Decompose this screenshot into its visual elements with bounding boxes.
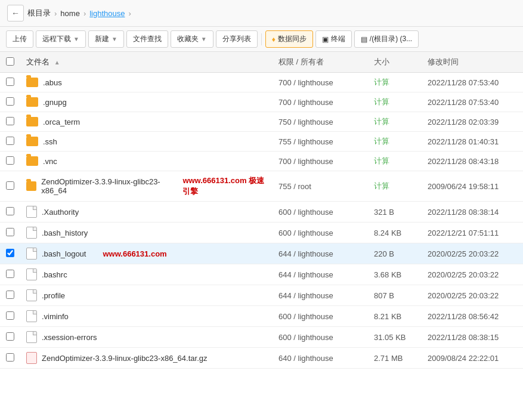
file-name: .xsession-errors <box>42 333 97 342</box>
share-button[interactable]: 分享列表 <box>216 30 258 48</box>
file-icon <box>26 289 37 301</box>
table-row[interactable]: .abus700 / lighthouse计算2022/11/28 07:53:… <box>0 73 523 92</box>
sort-icon: ▲ <box>54 59 60 66</box>
table-row[interactable]: .ssh755 / lighthouse计算2022/11/28 01:40:3… <box>0 132 523 152</box>
file-name: .abus <box>43 78 62 87</box>
file-name: ZendOptimizer-3.3.9-linux-glibc23-x86_64… <box>42 354 207 363</box>
col-header-check <box>0 52 20 73</box>
file-mtime: 2022/11/28 08:38:15 <box>422 327 523 348</box>
folder-icon <box>26 117 38 126</box>
file-name: .ssh <box>43 137 57 146</box>
table-row[interactable]: .vnc700 / lighthouse计算2022/11/28 08:43:1… <box>0 152 523 171</box>
search-button[interactable]: 文件查找 <box>126 30 168 48</box>
favorites-caret: ▼ <box>201 36 207 42</box>
file-mtime: 2009/08/24 22:22:01 <box>422 348 523 369</box>
file-size[interactable]: 计算 <box>368 112 422 132</box>
file-name: .bash_logout <box>42 249 86 258</box>
row-checkbox[interactable] <box>6 353 14 362</box>
file-icon <box>26 331 37 343</box>
row-checkbox[interactable] <box>6 156 14 165</box>
table-row[interactable]: .bash_logoutwww.666131.com644 / lighthou… <box>0 243 523 264</box>
toolbar: 上传 远程下载 ▼ 新建 ▼ 文件查找 收藏夹 ▼ 分享列表 ♦ 数据同步 ▣ … <box>0 27 523 52</box>
file-mtime: 2020/02/25 20:03:22 <box>422 285 523 306</box>
col-header-perm[interactable]: 权限 / 所有者 <box>273 52 368 73</box>
row-checkbox[interactable] <box>6 117 14 125</box>
remote-download-caret: ▼ <box>73 36 79 42</box>
breadcrumb-root[interactable]: 根目录 <box>27 8 51 18</box>
col-header-name[interactable]: 文件名 ▲ <box>20 52 273 73</box>
file-mtime: 2022/11/28 08:56:42 <box>422 306 523 327</box>
row-checkbox[interactable] <box>6 137 14 145</box>
new-button[interactable]: 新建 ▼ <box>88 30 124 48</box>
file-perm: 755 / root <box>273 171 368 202</box>
file-name: .Xauthority <box>42 208 79 217</box>
back-button[interactable]: ← <box>7 5 24 21</box>
table-row[interactable]: .bash_history600 / lighthouse8.24 KB2022… <box>0 223 523 243</box>
table-row[interactable]: .viminfo600 / lighthouse8.21 KB2022/11/2… <box>0 306 523 327</box>
file-perm: 644 / lighthouse <box>273 243 368 264</box>
table-row[interactable]: ZendOptimizer-3.3.9-linux-glibc23-x86_64… <box>0 171 523 202</box>
file-size[interactable]: 计算 <box>368 73 422 92</box>
terminal-icon: ▣ <box>322 35 329 44</box>
disk-icon: ▤ <box>361 35 367 44</box>
file-mtime: 2022/11/28 02:03:39 <box>422 112 523 132</box>
file-size[interactable]: 计算 <box>368 92 422 112</box>
file-perm: 600 / lighthouse <box>273 223 368 243</box>
row-checkbox[interactable] <box>6 249 14 257</box>
file-mtime: 2009/06/24 19:58:11 <box>422 171 523 202</box>
file-mtime: 2022/11/28 07:53:40 <box>422 73 523 92</box>
table-row[interactable]: ZendOptimizer-3.3.9-linux-glibc23-x86_64… <box>0 348 523 369</box>
folder-icon <box>26 181 36 191</box>
file-name: .bash_history <box>42 228 88 237</box>
file-icon <box>26 268 37 280</box>
file-perm: 700 / lighthouse <box>273 73 368 92</box>
favorites-button[interactable]: 收藏夹 ▼ <box>171 30 213 48</box>
row-checkbox[interactable] <box>6 78 14 86</box>
watermark: www.666131.com 极速引擎 <box>182 175 267 197</box>
breadcrumb-lighthouse[interactable]: lighthouse <box>89 9 125 18</box>
file-size[interactable]: 计算 <box>368 152 422 171</box>
file-size: 31.05 KB <box>368 327 422 348</box>
row-checkbox[interactable] <box>6 291 14 299</box>
file-table-container: 文件名 ▲ 权限 / 所有者 大小 修改时间 .abus700 / lighth… <box>0 52 523 369</box>
col-header-size[interactable]: 大小 <box>368 52 422 73</box>
breadcrumb-sep-1: › <box>54 9 57 18</box>
file-name: .vnc <box>43 157 57 166</box>
table-row[interactable]: .xsession-errors600 / lighthouse31.05 KB… <box>0 327 523 348</box>
file-mtime: 2022/11/28 01:40:31 <box>422 132 523 152</box>
table-header-row: 文件名 ▲ 权限 / 所有者 大小 修改时间 <box>0 52 523 73</box>
table-row[interactable]: .Xauthority600 / lighthouse321 B2022/11/… <box>0 202 523 223</box>
file-name: .profile <box>42 291 65 300</box>
col-header-mtime[interactable]: 修改时间 <box>422 52 523 73</box>
select-all-checkbox[interactable] <box>6 57 14 66</box>
breadcrumb-sep-3: › <box>129 9 131 18</box>
breadcrumb-home[interactable]: home <box>60 9 80 18</box>
table-row[interactable]: .orca_term750 / lighthouse计算2022/11/28 0… <box>0 112 523 132</box>
file-size[interactable]: 计算 <box>368 171 422 202</box>
file-mtime: 2022/11/28 07:53:40 <box>422 92 523 112</box>
row-checkbox[interactable] <box>6 332 14 341</box>
row-checkbox[interactable] <box>6 207 14 215</box>
file-size: 2.71 MB <box>368 348 422 369</box>
file-perm: 600 / lighthouse <box>273 202 368 223</box>
remote-download-button[interactable]: 远程下载 ▼ <box>36 30 86 48</box>
file-mtime: 2020/02/25 20:03:22 <box>422 264 523 285</box>
sync-button[interactable]: ♦ 数据同步 <box>265 30 313 48</box>
table-row[interactable]: .profile644 / lighthouse807 B2020/02/25 … <box>0 285 523 306</box>
row-checkbox[interactable] <box>6 181 14 190</box>
terminal-button[interactable]: ▣ 终端 <box>315 30 352 48</box>
file-icon <box>26 248 37 260</box>
file-size[interactable]: 计算 <box>368 132 422 152</box>
breadcrumb-sep-2: › <box>83 9 86 18</box>
row-checkbox[interactable] <box>6 270 14 278</box>
root-button[interactable]: ▤ /(根目录) (3... <box>354 30 419 48</box>
row-checkbox[interactable] <box>6 97 14 106</box>
row-checkbox[interactable] <box>6 228 14 236</box>
table-row[interactable]: .bashrc644 / lighthouse3.68 KB2020/02/25… <box>0 264 523 285</box>
file-icon <box>26 206 37 218</box>
upload-button[interactable]: 上传 <box>6 30 33 48</box>
row-checkbox[interactable] <box>6 311 14 320</box>
file-perm: 750 / lighthouse <box>273 112 368 132</box>
new-caret: ▼ <box>112 36 117 42</box>
table-row[interactable]: .gnupg700 / lighthouse计算2022/11/28 07:53… <box>0 92 523 112</box>
